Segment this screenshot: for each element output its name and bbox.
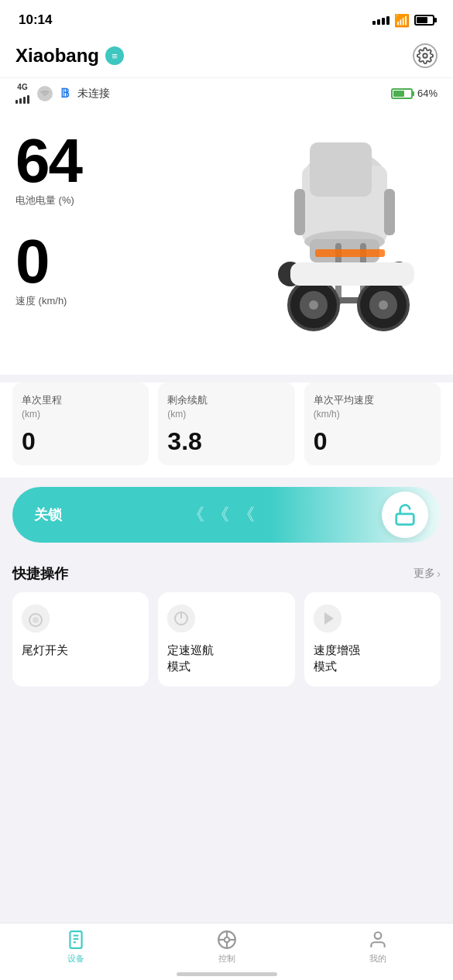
nav-device[interactable]: 设备 <box>0 930 151 965</box>
4g-signal: 4G <box>15 83 29 104</box>
svg-point-40 <box>374 932 381 939</box>
quick-actions: 快捷操作 更多 › 尾灯开关 <box>0 552 453 687</box>
stats-left: 64 电池电量 (%) 0 速度 (km/h) <box>15 130 81 308</box>
svg-point-0 <box>423 53 427 58</box>
quick-card-cruise[interactable]: 定速巡航 模式 <box>158 592 294 687</box>
quick-card-taillight[interactable]: 尾灯开关 <box>12 592 149 687</box>
trip-distance-card: 单次里程 (km) 0 <box>12 382 149 465</box>
svg-rect-6 <box>384 189 395 235</box>
remaining-range-value: 3.8 <box>167 427 285 456</box>
app-title: Xiaobang <box>15 45 99 67</box>
lock-arrows: 《 《 《 <box>187 503 256 526</box>
taillight-label: 尾灯开关 <box>22 643 68 656</box>
connection-status: 未连接 <box>77 87 110 101</box>
svg-rect-3 <box>310 142 372 197</box>
battery-icon <box>414 15 434 26</box>
control-nav-label: 控制 <box>218 953 235 965</box>
device-nav-icon <box>66 930 86 950</box>
svg-rect-20 <box>315 249 385 257</box>
device-nav-label: 设备 <box>67 953 84 965</box>
battery-value: 64 <box>15 130 81 192</box>
avg-speed-card: 单次平均速度 (km/h) 0 <box>304 382 441 465</box>
lock-label: 关锁 <box>34 505 62 524</box>
speed-boost-label: 速度增强 模式 <box>314 643 360 673</box>
connection-left: 4G 𝔹 未连接 <box>15 83 110 104</box>
more-link[interactable]: 更多 › <box>414 567 441 581</box>
avg-speed-label: 单次平均速度 (km/h) <box>314 393 431 421</box>
lock-section[interactable]: 关锁 《 《 《 <box>12 487 441 543</box>
speed-boost-icon <box>314 605 341 632</box>
wifi-grey-icon <box>37 86 53 101</box>
battery-label: 电池电量 (%) <box>15 194 81 207</box>
header-left: Xiaobang ≡ <box>15 45 124 67</box>
svg-point-24 <box>33 617 39 623</box>
svg-rect-21 <box>396 514 414 525</box>
stats-row: 单次里程 (km) 0 剩余续航 (km) 3.8 单次平均速度 (km/h) … <box>0 382 453 478</box>
status-bar: 10:14 📶 <box>0 0 453 37</box>
lock-icon <box>393 503 417 526</box>
quick-actions-title: 快捷操作 <box>12 564 68 583</box>
profile-nav-icon <box>368 930 388 950</box>
remaining-range-card: 剩余续航 (km) 3.8 <box>158 382 294 465</box>
cruise-icon <box>167 605 195 632</box>
signal-icon <box>372 16 390 25</box>
speed-value: 0 <box>15 231 81 293</box>
quick-card-speed-boost[interactable]: 速度增强 模式 <box>304 592 441 687</box>
lock-bar[interactable]: 关锁 《 《 《 <box>12 487 441 543</box>
signal-bars <box>15 93 29 104</box>
status-time: 10:14 <box>19 12 52 28</box>
lock-button[interactable] <box>382 492 428 538</box>
main-dashboard: 64 电池电量 (%) 0 速度 (km/h) <box>0 111 453 375</box>
svg-rect-19 <box>290 262 414 286</box>
quick-actions-header: 快捷操作 更多 › <box>12 564 441 583</box>
svg-point-35 <box>224 937 229 943</box>
trip-distance-value: 0 <box>22 427 139 456</box>
control-nav-icon <box>217 930 237 950</box>
home-indicator <box>177 972 277 976</box>
speed-label: 速度 (km/h) <box>15 294 81 308</box>
app-header: Xiaobang ≡ <box>0 37 453 77</box>
nav-control[interactable]: 控制 <box>151 930 302 965</box>
bottom-nav: 设备 控制 我的 <box>0 923 453 980</box>
connection-badge[interactable]: ≡ <box>105 46 124 65</box>
trip-distance-label: 单次里程 (km) <box>22 393 139 421</box>
svg-point-13 <box>309 300 318 310</box>
bluetooth-icon: 𝔹 <box>60 86 70 101</box>
remaining-range-label: 剩余续航 (km) <box>167 393 285 421</box>
cruise-label: 定速巡航 模式 <box>167 643 214 673</box>
quick-cards: 尾灯开关 定速巡航 模式 速度增强 模式 <box>12 592 441 687</box>
nav-profile[interactable]: 我的 <box>302 930 453 965</box>
device-battery-pct: 64% <box>417 87 438 99</box>
connection-right: 64% <box>391 87 438 99</box>
settings-button[interactable] <box>413 43 438 68</box>
svg-point-16 <box>379 300 388 310</box>
avg-speed-value: 0 <box>314 427 431 456</box>
status-icons: 📶 <box>372 13 434 28</box>
profile-nav-label: 我的 <box>369 953 386 965</box>
wheelchair-image <box>197 119 445 359</box>
connection-bar: 4G 𝔹 未连接 64% <box>0 77 453 111</box>
svg-rect-5 <box>294 189 305 235</box>
wifi-icon: 📶 <box>394 13 410 28</box>
taillight-icon <box>22 605 50 632</box>
device-battery-icon <box>391 88 413 99</box>
